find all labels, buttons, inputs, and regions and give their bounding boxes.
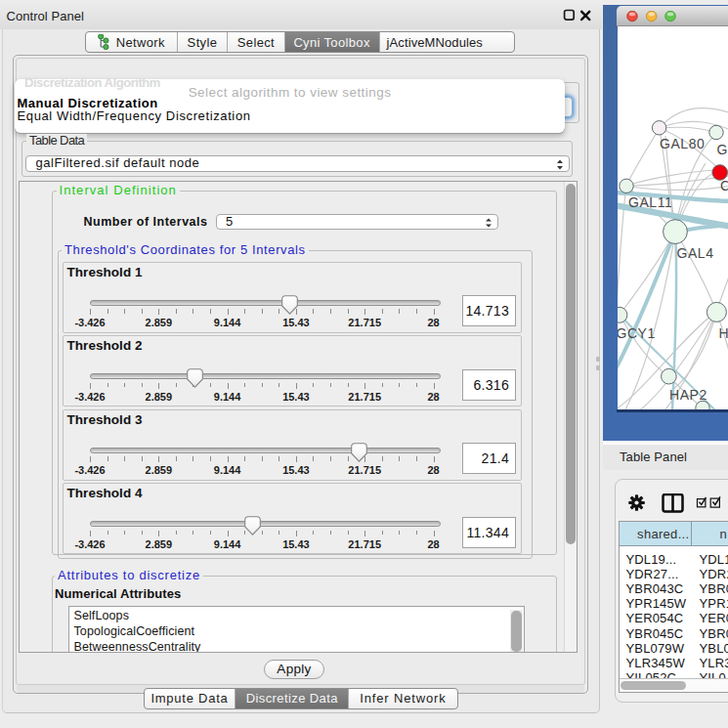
svg-text:C: C — [720, 178, 728, 193]
svg-text:H: H — [719, 325, 728, 341]
svg-text:GAL11: GAL11 — [628, 194, 672, 210]
svg-text:G.: G. — [717, 142, 728, 157]
svg-text:GAL4: GAL4 — [677, 245, 714, 261]
svg-text:GAL80: GAL80 — [660, 136, 705, 151]
svg-text:HAP2: HAP2 — [669, 387, 707, 403]
svg-text:GCY1: GCY1 — [618, 325, 656, 341]
